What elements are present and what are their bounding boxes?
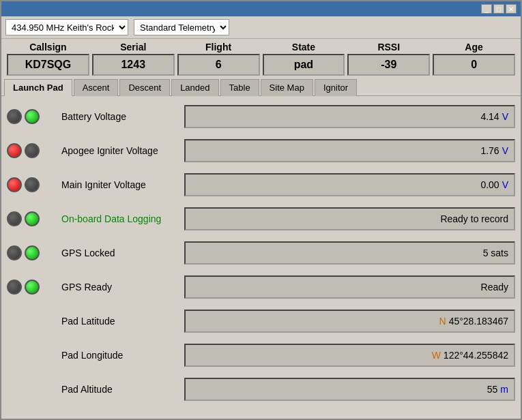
row-label-pad-altitude: Pad Altitude <box>61 384 184 395</box>
row-value-main-igniter: 0.00V <box>184 173 515 196</box>
telemetry-select[interactable]: Standard Telemetry <box>134 19 229 35</box>
degrees-pad-longitude: 122° <box>444 350 463 361</box>
header-label-0: Callsign <box>29 42 66 52</box>
led1-onboard-logging <box>7 211 22 226</box>
header-label-1: Serial <box>120 42 146 52</box>
led1-battery-voltage <box>7 109 22 124</box>
indicators-onboard-logging <box>7 211 61 226</box>
header-value-2: 6 <box>177 54 260 76</box>
direction-pad-latitude: N <box>439 316 446 327</box>
header-label-4: RSSI <box>377 42 400 52</box>
led2-gps-ready <box>25 280 40 295</box>
row-label-battery-voltage: Battery Voltage <box>61 111 184 122</box>
row-gps-ready: GPS ReadyReady <box>7 272 515 302</box>
indicators-main-igniter <box>7 177 61 192</box>
header-value-3: pad <box>263 54 345 76</box>
indicators-battery-voltage <box>7 109 61 124</box>
tab-site-map[interactable]: Site Map <box>261 79 313 96</box>
header-cell-rssi: RSSI -39 <box>347 42 430 76</box>
value-unit-pad-altitude: m <box>500 384 508 395</box>
value-number-gps-locked: 5 sats <box>483 247 508 258</box>
toolbar: 434.950 MHz Keith's Rockets Standard Tel… <box>1 16 521 39</box>
frequency-select[interactable]: 434.950 MHz Keith's Rockets <box>5 19 128 35</box>
value-number-pad-altitude: 55 <box>487 384 498 395</box>
header-value-4: -39 <box>347 54 430 76</box>
degrees-pad-latitude: 45° <box>449 316 463 327</box>
tabs-bar: Launch PadAscentDescentLandedTableSite M… <box>1 78 521 96</box>
header-value-1: 1243 <box>92 54 175 76</box>
row-value-pad-longitude: W122° 44.255842 <box>184 344 515 367</box>
value-number-apogee-igniter: 1.76 <box>480 145 499 156</box>
header-cell-state: State pad <box>263 42 345 76</box>
title-bar-buttons: _ □ ✕ <box>481 4 517 14</box>
tab-launch-pad[interactable]: Launch Pad <box>4 79 72 96</box>
header-label-2: Flight <box>205 42 231 52</box>
indicators-gps-locked <box>7 245 61 260</box>
tab-descent[interactable]: Descent <box>119 79 170 96</box>
title-bar: _ □ ✕ <box>1 1 521 16</box>
row-value-pad-altitude: 55m <box>184 378 515 401</box>
main-window: _ □ ✕ 434.950 MHz Keith's Rockets Standa… <box>0 0 522 420</box>
header-grid: Callsign KD7SQG Serial 1243 Flight 6 Sta… <box>1 39 521 78</box>
header-cell-age: Age 0 <box>433 42 515 76</box>
led2-main-igniter <box>25 177 40 192</box>
value-unit-apogee-igniter: V <box>502 145 508 156</box>
row-value-onboard-logging: Ready to record <box>184 207 515 230</box>
close-button[interactable]: ✕ <box>506 4 517 14</box>
value-number-gps-ready: Ready <box>481 282 508 292</box>
row-apogee-igniter: Apogee Igniter Voltage1.76V <box>7 136 515 166</box>
row-value-battery-voltage: 4.14V <box>184 105 515 128</box>
maximize-button[interactable]: □ <box>493 4 504 14</box>
row-onboard-logging: On-board Data LoggingReady to record <box>7 204 515 234</box>
row-value-gps-ready: Ready <box>184 275 515 299</box>
row-value-gps-locked: 5 sats <box>184 241 515 265</box>
row-main-igniter: Main Igniter Voltage0.00V <box>7 170 515 200</box>
row-value-apogee-igniter: 1.76V <box>184 139 515 162</box>
header-cell-flight: Flight 6 <box>177 42 260 76</box>
led1-main-igniter <box>7 177 22 192</box>
value-number-pad-longitude: 44.255842 <box>463 350 508 361</box>
led2-apogee-igniter <box>25 143 40 158</box>
tab-landed[interactable]: Landed <box>171 79 218 96</box>
led2-battery-voltage <box>25 109 40 124</box>
value-number-onboard-logging: Ready to record <box>440 213 508 224</box>
row-label-main-igniter: Main Igniter Voltage <box>61 179 184 190</box>
row-pad-latitude: Pad LatitudeN45° 28.183467 <box>7 306 515 336</box>
header-label-3: State <box>292 42 315 52</box>
value-unit-main-igniter: V <box>502 179 508 190</box>
tab-ascent[interactable]: Ascent <box>74 79 119 96</box>
row-label-pad-latitude: Pad Latitude <box>61 316 184 327</box>
row-label-gps-locked: GPS Locked <box>61 247 184 258</box>
led1-gps-ready <box>7 280 22 295</box>
indicators-apogee-igniter <box>7 143 61 158</box>
header-label-5: Age <box>465 42 482 52</box>
row-label-apogee-igniter: Apogee Igniter Voltage <box>61 145 184 156</box>
row-label-pad-longitude: Pad Longitude <box>61 350 184 361</box>
content-area: Battery Voltage4.14VApogee Igniter Volta… <box>1 96 521 419</box>
row-value-pad-latitude: N45° 28.183467 <box>184 310 515 333</box>
tab-ignitor[interactable]: Ignitor <box>315 79 357 96</box>
row-pad-longitude: Pad LongitudeW122° 44.255842 <box>7 340 515 370</box>
led1-gps-locked <box>7 245 22 260</box>
row-label-onboard-logging: On-board Data Logging <box>61 213 184 224</box>
led2-onboard-logging <box>25 211 40 226</box>
tab-table[interactable]: Table <box>220 79 259 96</box>
value-number-pad-latitude: 28.183467 <box>463 316 508 327</box>
row-battery-voltage: Battery Voltage4.14V <box>7 102 515 132</box>
indicators-gps-ready <box>7 280 61 295</box>
row-pad-altitude: Pad Altitude55m <box>7 374 515 404</box>
direction-pad-longitude: W <box>432 350 441 361</box>
header-value-5: 0 <box>433 54 515 76</box>
header-cell-callsign: Callsign KD7SQG <box>7 42 89 76</box>
value-unit-battery-voltage: V <box>502 111 508 122</box>
led2-gps-locked <box>25 245 40 260</box>
row-gps-locked: GPS Locked5 sats <box>7 238 515 268</box>
value-number-battery-voltage: 4.14 <box>480 111 499 122</box>
minimize-button[interactable]: _ <box>481 4 492 14</box>
value-number-main-igniter: 0.00 <box>480 179 499 190</box>
header-cell-serial: Serial 1243 <box>92 42 175 76</box>
row-label-gps-ready: GPS Ready <box>61 282 184 292</box>
header-value-0: KD7SQG <box>7 54 89 76</box>
led1-apogee-igniter <box>7 143 22 158</box>
